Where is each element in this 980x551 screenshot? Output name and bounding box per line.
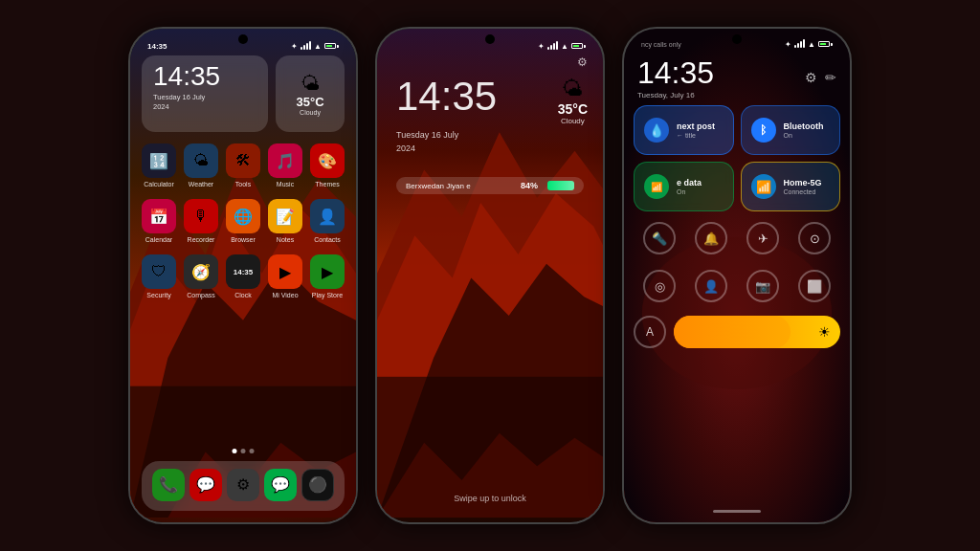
cc-calls-only: ncy calls only bbox=[641, 41, 681, 48]
home-date: Tuesday 16 July2024 bbox=[153, 93, 256, 112]
bt-tile-title: Bluetooth bbox=[784, 121, 831, 131]
home-time: 14:35 bbox=[153, 63, 256, 90]
signal-icon bbox=[301, 42, 311, 50]
cc-camera-btn[interactable]: 📷 bbox=[746, 270, 779, 302]
weather-widget[interactable]: 🌤 35°C Cloudy bbox=[276, 55, 345, 132]
cc-time-display: 14:35 bbox=[637, 55, 714, 91]
cc-tile-water[interactable]: 💧 next post ← title bbox=[634, 105, 734, 155]
app-tools[interactable]: 🛠 Tools bbox=[222, 143, 264, 187]
weather-app-icon: 🌤 bbox=[184, 143, 218, 178]
cc-notifications-btn[interactable]: 🔔 bbox=[695, 222, 727, 254]
water-tile-icon: 💧 bbox=[644, 118, 669, 143]
app-compass[interactable]: 🧭 Compass bbox=[180, 254, 222, 298]
cc-screenshot-btn[interactable]: ⬜ bbox=[798, 270, 831, 302]
app-notes[interactable]: 📝 Notes bbox=[264, 199, 306, 243]
wifi-tile-icon: 📶 bbox=[751, 174, 776, 199]
lock-track-name: Berxwedan Jiyan e bbox=[406, 182, 515, 190]
cc-edit-icon[interactable]: ✏ bbox=[825, 70, 836, 85]
whatsapp-icon: 💬 bbox=[264, 469, 297, 501]
cc-airplane-btn[interactable]: ✈ bbox=[746, 222, 779, 254]
bt-status-icon: ✦ bbox=[291, 42, 298, 51]
cc-settings-icon[interactable]: ⚙ bbox=[805, 70, 817, 85]
widget-area: 14:35 Tuesday 16 July2024 🌤 35°C Cloudy bbox=[142, 55, 345, 132]
cc-time: 14:35 Tuesday, July 16 bbox=[637, 55, 714, 99]
lock-signal-icon bbox=[547, 42, 558, 50]
cc-time-row: 14:35 Tuesday, July 16 ⚙ ✏ bbox=[637, 55, 836, 99]
calendar-icon: 📅 bbox=[142, 199, 176, 233]
phone-icon: 📞 bbox=[152, 469, 185, 501]
app-security[interactable]: 🛡 Security bbox=[138, 254, 180, 298]
app-weather[interactable]: 🌤 Weather bbox=[180, 143, 222, 187]
control-center-content: 14:35 Tuesday, July 16 ⚙ ✏ 💧 next post ←… bbox=[624, 29, 850, 522]
cc-tile-bluetooth[interactable]: ᛒ Bluetooth On bbox=[741, 105, 841, 155]
lock-weather-temp: 35°C bbox=[558, 101, 588, 117]
themes-icon: 🎨 bbox=[310, 143, 345, 178]
music-icon: 🎵 bbox=[268, 143, 302, 178]
play-store-label: Play Store bbox=[312, 292, 343, 298]
app-contacts[interactable]: 👤 Contacts bbox=[306, 199, 348, 243]
lock-camera bbox=[485, 34, 495, 44]
phone-2: ✦ ▲ ⚙ 14:35 🌤 bbox=[375, 27, 605, 524]
phone-3: ncy calls only ✦ ▲ bbox=[622, 27, 852, 524]
water-tile-sub: ← title bbox=[677, 132, 724, 139]
app-mi-video[interactable]: ▶ Mi Video bbox=[264, 254, 306, 298]
cc-tiles-grid: 💧 next post ← title ᛒ Bluetooth On bbox=[634, 105, 840, 211]
app-row-1: 🔢 Calculator 🌤 Weather 🛠 Tools 🎵 Music bbox=[138, 143, 348, 187]
weather-temp: 35°C bbox=[296, 95, 323, 109]
cc-tile-wifi[interactable]: 📶 Home-5G Connected bbox=[741, 162, 841, 211]
status-icons: ✦ ▲ bbox=[291, 42, 339, 51]
dock-phone[interactable]: 📞 bbox=[149, 469, 187, 504]
app-calculator[interactable]: 🔢 Calculator bbox=[138, 143, 180, 187]
app-music[interactable]: 🎵 Music bbox=[264, 143, 306, 187]
cc-bt-icon: ✦ bbox=[785, 40, 791, 49]
wifi-status-icon: ▲ bbox=[314, 42, 322, 51]
cc-top-icons: ⚙ ✏ bbox=[805, 70, 836, 85]
cc-date-display: Tuesday, July 16 bbox=[637, 91, 714, 99]
tools-label: Tools bbox=[235, 181, 251, 187]
weather-icon: 🌤 bbox=[301, 73, 320, 95]
cc-brightness-row: A ☀ bbox=[634, 316, 840, 348]
cc-flashlight-btn[interactable]: 🔦 bbox=[643, 222, 676, 254]
browser-label: Browser bbox=[231, 236, 256, 243]
compass-icon: 🧭 bbox=[184, 254, 218, 289]
app5-icon: ⚫ bbox=[301, 469, 334, 501]
bt-tile-icon: ᛒ bbox=[751, 118, 776, 143]
dock-messages[interactable]: 💬 bbox=[187, 469, 224, 504]
cc-focus-btn[interactable]: ⊙ bbox=[798, 222, 831, 254]
notes-label: Notes bbox=[277, 236, 294, 243]
wifi-tile-title: Home-5G bbox=[784, 178, 831, 187]
dock-app5[interactable]: ⚫ bbox=[300, 469, 337, 504]
music-label: Music bbox=[277, 181, 294, 187]
calculator-label: Calculator bbox=[144, 181, 174, 187]
dot-1 bbox=[233, 449, 237, 453]
data-tile-text: e data On bbox=[677, 178, 724, 195]
browser-icon: 🌐 bbox=[226, 199, 260, 233]
lock-weather-icon: 🌤 bbox=[562, 77, 583, 101]
lock-status-icons: ✦ ▲ bbox=[538, 42, 586, 51]
cc-location-btn[interactable]: ◎ bbox=[643, 270, 676, 302]
lock-weather-cond: Cloudy bbox=[561, 117, 585, 125]
cc-accessibility-btn[interactable]: A bbox=[634, 316, 666, 348]
water-tile-text: next post ← title bbox=[677, 121, 724, 139]
app-themes[interactable]: 🎨 Themes bbox=[306, 143, 348, 187]
clock-icon: 14:35 bbox=[226, 254, 260, 289]
dock-settings[interactable]: ⚙ bbox=[224, 469, 261, 504]
cc-tile-data[interactable]: 📶 e data On bbox=[634, 162, 734, 211]
clock-label: Clock bbox=[234, 292, 252, 298]
dock-whatsapp[interactable]: 💬 bbox=[262, 469, 300, 504]
cc-camera bbox=[732, 34, 742, 44]
cc-screen-time-btn[interactable]: 👤 bbox=[695, 270, 727, 302]
app-clock[interactable]: 14:35 Clock bbox=[222, 254, 264, 298]
cc-brightness-slider[interactable]: ☀ bbox=[674, 316, 840, 348]
app-browser[interactable]: 🌐 Browser bbox=[222, 199, 264, 243]
app-recorder[interactable]: 🎙 Recorder bbox=[180, 199, 222, 243]
water-tile-title: next post bbox=[677, 121, 724, 131]
calculator-icon: 🔢 bbox=[142, 143, 176, 178]
data-tile-icon: 📶 bbox=[644, 174, 669, 199]
play-store-icon: ▶ bbox=[310, 254, 345, 289]
time-widget[interactable]: 14:35 Tuesday 16 July2024 bbox=[142, 55, 268, 132]
app-calendar[interactable]: 📅 Calendar bbox=[138, 199, 180, 243]
contacts-icon: 👤 bbox=[310, 199, 345, 233]
app-row-3: 🛡 Security 🧭 Compass 14:35 Clock bbox=[138, 254, 348, 298]
app-play-store[interactable]: ▶ Play Store bbox=[306, 254, 348, 298]
